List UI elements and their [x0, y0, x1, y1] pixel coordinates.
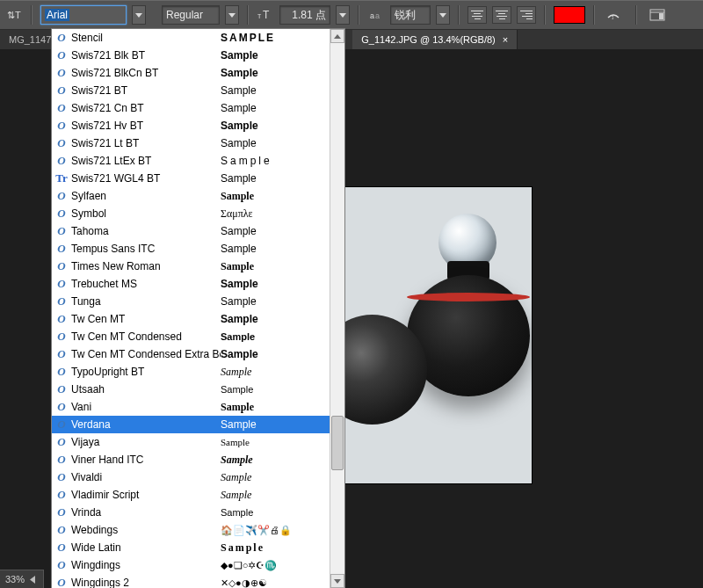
font-option-name: Tw Cen MT: [71, 313, 221, 325]
font-option-sample: Sample: [221, 437, 330, 447]
font-family-field[interactable]: Arial: [40, 5, 127, 25]
font-size-field[interactable]: 1.81 点: [279, 5, 330, 25]
font-option[interactable]: OTrebuchet MSSample: [52, 275, 330, 293]
svg-marker-8: [439, 13, 446, 18]
font-size-dropdown-button[interactable]: [336, 5, 350, 25]
opentype-font-icon: O: [52, 277, 71, 291]
font-option[interactable]: OSymbolΣαμπλε: [52, 205, 330, 222]
font-option[interactable]: OTempus Sans ITCSample: [52, 240, 330, 258]
font-style-dropdown-button[interactable]: [225, 5, 239, 25]
font-option[interactable]: OTimes New RomanSample: [52, 258, 330, 275]
opentype-font-icon: O: [52, 31, 71, 45]
text-color-swatch[interactable]: [554, 6, 585, 24]
opentype-font-icon: O: [52, 119, 71, 133]
scrollbar-thumb[interactable]: [331, 416, 344, 470]
font-style-field[interactable]: Regular: [162, 5, 220, 25]
font-option[interactable]: OVijayaSample: [52, 433, 330, 451]
font-option-sample: Sample: [221, 418, 330, 431]
font-option-name: Tahoma: [71, 225, 221, 237]
font-option[interactable]: TrSwis721 WGL4 BTSample: [52, 170, 330, 187]
font-option[interactable]: OTw Cen MT Condensed Extra BoldSample: [52, 345, 330, 363]
align-center-button[interactable]: [492, 6, 511, 24]
font-option[interactable]: OSwis721 Blk BTSample: [52, 47, 330, 64]
font-option-sample: Sample: [221, 295, 330, 308]
font-option[interactable]: OSwis721 BTSample: [52, 82, 330, 99]
font-option-name: Symbol: [71, 207, 221, 220]
svg-marker-2: [228, 13, 236, 18]
font-option[interactable]: OTahomaSample: [52, 222, 330, 240]
antialias-icon: aa: [367, 6, 385, 24]
align-right-button[interactable]: [517, 6, 536, 24]
font-option-name: Swis721 Blk BT: [71, 49, 221, 62]
font-option[interactable]: OVerdanaSample: [52, 416, 330, 433]
svg-marker-1: [135, 13, 142, 18]
font-option[interactable]: OVrindaSample: [52, 504, 330, 521]
tab-label: MG_1147: [9, 34, 51, 45]
dropdown-scrollbar[interactable]: [330, 29, 344, 588]
document-tab-active[interactable]: G_1142.JPG @ 13.4%(RGB/8) ×: [352, 30, 518, 49]
antialias-value: 锐利: [395, 8, 416, 23]
font-option[interactable]: OTungaSample: [52, 293, 330, 310]
font-option[interactable]: OSwis721 Cn BTSample: [52, 99, 330, 117]
font-option[interactable]: OWebdings🏠📄✈‍✂🖨🔒: [52, 521, 330, 539]
opentype-font-icon: O: [52, 136, 71, 150]
font-option-name: Vrinda: [71, 506, 221, 519]
font-option[interactable]: OViner Hand ITCSample: [52, 451, 330, 468]
font-option[interactable]: OTw Cen MTSample: [52, 310, 330, 328]
font-option[interactable]: OWingdings◆●❏○✡☪♏: [52, 556, 330, 574]
font-option-name: Trebuchet MS: [71, 278, 221, 290]
font-option[interactable]: OSwis721 BlkCn BTSample: [52, 64, 330, 82]
font-size-icon: TT: [257, 6, 274, 24]
font-option-name: Tw Cen MT Condensed Extra Bold: [71, 348, 221, 360]
svg-text:⇅T: ⇅T: [7, 10, 21, 20]
font-option[interactable]: OStencilSAMPLE: [52, 29, 330, 47]
antialias-dropdown-button[interactable]: [436, 5, 450, 25]
opentype-font-icon: O: [52, 101, 71, 115]
svg-marker-5: [339, 13, 346, 18]
font-option[interactable]: OSylfaenSample: [52, 187, 330, 205]
font-option-sample: Σαμπλε: [221, 207, 330, 221]
status-chevron-icon[interactable]: [30, 576, 38, 584]
font-option[interactable]: OWingdings 2✕◇●◑⊕☯: [52, 574, 330, 588]
font-option-name: Viner Hand ITC: [71, 454, 221, 466]
close-tab-icon[interactable]: ×: [503, 34, 508, 45]
image-content: [352, 214, 519, 433]
font-option[interactable]: OTw Cen MT CondensedSample: [52, 328, 330, 345]
font-option[interactable]: OVaniSample: [52, 398, 330, 416]
font-family-dropdown-list: OStencilSAMPLEOSwis721 Blk BTSampleOSwis…: [51, 28, 345, 588]
antialias-field[interactable]: 锐利: [390, 5, 431, 25]
font-style-value: Regular: [166, 9, 203, 21]
font-family-dropdown-button[interactable]: [132, 5, 146, 25]
svg-text:T: T: [263, 9, 270, 21]
character-panel-toggle-button[interactable]: [645, 4, 670, 25]
text-orientation-toggle-icon[interactable]: ⇅T: [5, 6, 23, 24]
font-option[interactable]: OWide LatinSample: [52, 539, 330, 556]
scroll-down-arrow-icon[interactable]: [330, 574, 344, 588]
font-option-name: Vivaldi: [71, 471, 221, 483]
warp-text-button[interactable]: ↕: [603, 4, 627, 25]
font-option-sample: SAMPLE: [221, 32, 330, 44]
svg-text:↕: ↕: [611, 13, 614, 21]
scroll-up-arrow-icon[interactable]: [330, 29, 344, 43]
font-option[interactable]: OSwis721 Hv BTSample: [52, 117, 330, 134]
font-option-sample: Sample: [221, 102, 330, 114]
font-option-name: Wingdings 2: [71, 577, 221, 588]
opentype-font-icon: O: [52, 453, 71, 467]
font-option[interactable]: OSwis721 LtEx BTSample: [52, 152, 330, 170]
font-option[interactable]: OSwis721 Lt BTSample: [52, 134, 330, 152]
font-option[interactable]: OUtsaahSample: [52, 381, 330, 398]
font-option-sample: Sample: [221, 190, 330, 203]
zoom-level[interactable]: 33%: [5, 574, 25, 584]
opentype-font-icon: O: [52, 435, 71, 449]
font-option-name: Swis721 Lt BT: [71, 137, 221, 149]
opentype-font-icon: O: [52, 365, 71, 379]
font-option-name: Swis721 BlkCn BT: [71, 67, 221, 79]
opentype-font-icon: O: [52, 207, 71, 221]
font-option[interactable]: OVladimir ScriptSample: [52, 486, 330, 504]
font-option-sample: Sample: [221, 401, 330, 414]
opentype-font-icon: O: [52, 523, 71, 537]
font-option[interactable]: OTypoUpright BTSample: [52, 363, 330, 381]
align-left-button[interactable]: [467, 6, 487, 24]
font-option[interactable]: OVivaldiSample: [52, 468, 330, 486]
opentype-font-icon: O: [52, 558, 71, 572]
